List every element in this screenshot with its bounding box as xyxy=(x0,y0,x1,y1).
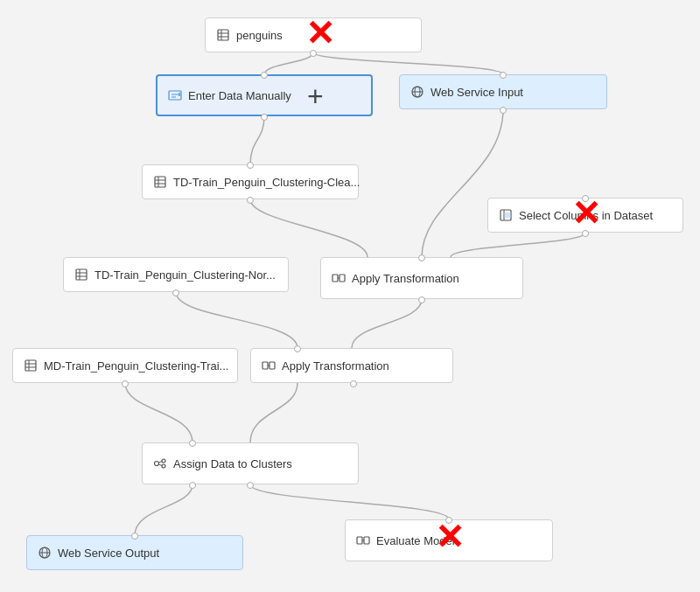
td-norm-icon xyxy=(74,268,88,282)
port-at1-bottom xyxy=(418,296,425,303)
md-train-label: MD-Train_Penguin_Clustering-Trai... xyxy=(44,359,228,373)
select-columns-label: Select Columns in Dataset xyxy=(519,209,653,222)
port-enter-data-bottom xyxy=(261,114,268,121)
apply-transform1-icon xyxy=(332,271,346,285)
svg-point-34 xyxy=(162,464,165,468)
evaluate-model-node[interactable]: Evaluate Model xyxy=(345,519,553,561)
assign-clusters-label: Assign Data to Clusters xyxy=(173,457,292,470)
web-service-icon xyxy=(410,85,424,99)
apply-transform1-label: Apply Transformation xyxy=(352,272,459,285)
td-norm-node[interactable]: TD-Train_Penguin_Clustering-Nor... xyxy=(63,257,289,292)
port-wsi-top xyxy=(500,72,507,79)
td-clean-label: TD-Train_Penguin_Clustering-Clea... xyxy=(173,176,360,189)
svg-rect-11 xyxy=(155,177,165,187)
assign-clusters-node[interactable]: Assign Data to Clusters xyxy=(142,442,359,484)
web-service-output-label: Web Service Output xyxy=(58,547,159,560)
port-adc-top xyxy=(189,440,196,447)
port-wso-top xyxy=(131,533,138,540)
port-eval-top xyxy=(445,517,452,524)
port-adc-bottom-left xyxy=(189,482,196,489)
evaluate-model-label: Evaluate Model xyxy=(376,534,455,547)
port-tdclean-bottom xyxy=(247,197,254,204)
svg-rect-0 xyxy=(218,30,228,40)
svg-rect-29 xyxy=(262,362,268,369)
td-clean-node[interactable]: TD-Train_Penguin_Clustering-Clea... xyxy=(142,164,359,199)
apply-transform2-label: Apply Transformation xyxy=(282,359,389,373)
port-mdtrain-bottom xyxy=(122,380,129,387)
port-adc-bottom-right xyxy=(247,482,254,489)
svg-rect-40 xyxy=(357,537,362,544)
port-at2-bottom xyxy=(350,380,357,387)
td-clean-icon xyxy=(153,175,167,189)
svg-point-33 xyxy=(162,459,165,463)
svg-rect-30 xyxy=(270,362,275,369)
web-service-input-node[interactable]: Web Service Input xyxy=(399,74,607,109)
web-service-input-label: Web Service Input xyxy=(430,86,523,99)
md-train-node[interactable]: MD-Train_Penguin_Clustering-Trai... xyxy=(12,348,238,383)
apply-transform2-icon xyxy=(262,359,276,373)
web-service-output-node[interactable]: Web Service Output xyxy=(26,535,243,570)
apply-transform1-node[interactable]: Apply Transformation xyxy=(320,257,523,299)
svg-rect-23 xyxy=(340,275,345,282)
select-columns-node[interactable]: Select Columns in Dataset xyxy=(487,198,683,233)
port-wsi-bottom xyxy=(500,107,507,114)
pipeline-canvas: penguins Enter Data Manually Web Service… xyxy=(0,0,700,592)
port-at1-top xyxy=(418,254,425,261)
assign-clusters-icon xyxy=(153,456,167,470)
svg-rect-17 xyxy=(504,212,511,218)
svg-rect-18 xyxy=(76,269,87,280)
port-penguins-bottom xyxy=(310,50,317,57)
enter-data-node[interactable]: Enter Data Manually xyxy=(156,74,373,116)
port-tdclean-top xyxy=(247,162,254,169)
apply-transform2-node[interactable]: Apply Transformation xyxy=(250,348,453,383)
svg-rect-22 xyxy=(332,275,338,282)
port-selectcols-top xyxy=(582,195,589,202)
md-train-icon xyxy=(24,359,38,373)
dataset-icon xyxy=(216,28,230,42)
td-norm-label: TD-Train_Penguin_Clustering-Nor... xyxy=(94,268,276,282)
svg-line-36 xyxy=(159,464,163,466)
svg-point-32 xyxy=(155,462,159,466)
penguins-node[interactable]: penguins xyxy=(205,17,422,52)
enter-data-label: Enter Data Manually xyxy=(188,89,291,102)
port-tdnorm-bottom xyxy=(172,289,179,296)
penguins-label: penguins xyxy=(236,29,283,42)
svg-rect-41 xyxy=(364,537,369,544)
port-enter-data-top xyxy=(261,72,268,79)
evaluate-model-icon xyxy=(356,533,370,547)
select-cols-icon xyxy=(499,208,513,222)
port-at2-top xyxy=(294,345,301,352)
svg-rect-25 xyxy=(25,360,36,371)
port-selectcols-bottom xyxy=(582,230,589,237)
web-service-output-icon xyxy=(38,546,52,560)
enter-data-icon xyxy=(168,88,182,102)
svg-line-35 xyxy=(159,462,163,463)
